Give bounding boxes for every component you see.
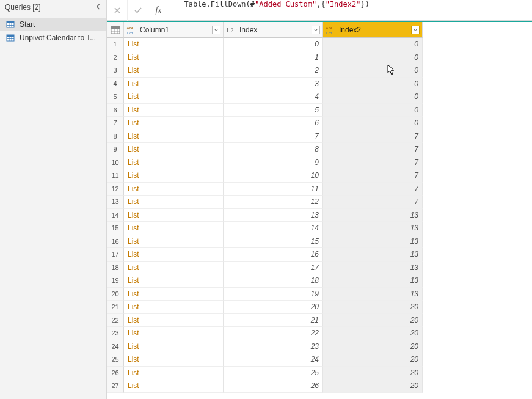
row-number[interactable]: 10 — [107, 156, 124, 170]
cell-value[interactable]: 7 — [323, 130, 423, 144]
cell-list-link[interactable]: List — [124, 288, 224, 301]
cancel-formula-button[interactable] — [107, 0, 128, 21]
cell-value[interactable]: 13 — [323, 262, 423, 275]
row-number[interactable]: 3 — [107, 64, 124, 78]
column-header[interactable]: ABC123 Index2 — [323, 22, 423, 38]
cell-value[interactable]: 2 — [224, 64, 323, 78]
cell-value[interactable]: 5 — [224, 104, 323, 117]
cell-list-link[interactable]: List — [124, 235, 224, 249]
cell-list-link[interactable]: List — [124, 274, 224, 288]
cell-list-link[interactable]: List — [124, 130, 224, 144]
cell-value[interactable]: 13 — [323, 235, 423, 249]
filter-dropdown-button[interactable] — [312, 26, 320, 34]
cell-value[interactable]: 20 — [323, 301, 423, 314]
row-number[interactable]: 5 — [107, 90, 124, 104]
cell-value[interactable]: 0 — [323, 51, 423, 65]
cell-value[interactable]: 25 — [224, 367, 323, 380]
cell-value[interactable]: 23 — [224, 340, 323, 354]
data-grid[interactable]: ABC123 Column1 1.2 Index ABC123 Index2 1… — [107, 22, 532, 393]
cell-value[interactable]: 0 — [323, 64, 423, 78]
cell-value[interactable]: 17 — [224, 262, 323, 275]
cell-list-link[interactable]: List — [124, 169, 224, 183]
cell-value[interactable]: 7 — [323, 183, 423, 196]
cell-list-link[interactable]: List — [124, 38, 224, 51]
cell-value[interactable]: 4 — [224, 90, 323, 104]
row-number[interactable]: 9 — [107, 143, 124, 156]
cell-value[interactable]: 0 — [323, 104, 423, 117]
cell-value[interactable]: 9 — [224, 156, 323, 170]
accept-formula-button[interactable] — [128, 0, 148, 21]
cell-list-link[interactable]: List — [124, 314, 224, 328]
row-number[interactable]: 25 — [107, 353, 124, 367]
cell-list-link[interactable]: List — [124, 104, 224, 117]
cell-list-link[interactable]: List — [124, 367, 224, 380]
cell-value[interactable]: 7 — [323, 169, 423, 183]
cell-value[interactable]: 6 — [224, 117, 323, 130]
cell-list-link[interactable]: List — [124, 209, 224, 222]
cell-value[interactable]: 0 — [323, 90, 423, 104]
cell-value[interactable]: 15 — [224, 235, 323, 249]
filter-dropdown-button[interactable] — [411, 26, 420, 34]
cell-value[interactable]: 19 — [224, 288, 323, 301]
row-number[interactable]: 13 — [107, 196, 124, 209]
cell-value[interactable]: 20 — [323, 367, 423, 380]
cell-list-link[interactable]: List — [124, 248, 224, 262]
cell-value[interactable]: 22 — [224, 327, 323, 340]
cell-value[interactable]: 12 — [224, 196, 323, 209]
cell-value[interactable]: 20 — [323, 327, 423, 340]
row-number[interactable]: 23 — [107, 327, 124, 340]
formula-input[interactable]: = Table.FillDown(#"Added Custom",{"Index… — [169, 0, 532, 20]
cell-list-link[interactable]: List — [124, 143, 224, 156]
type-icon[interactable]: ABC123 — [326, 25, 337, 35]
cell-value[interactable]: 21 — [224, 314, 323, 328]
row-number[interactable]: 6 — [107, 104, 124, 117]
cell-list-link[interactable]: List — [124, 196, 224, 209]
cell-value[interactable]: 7 — [323, 143, 423, 156]
cell-value[interactable]: 8 — [224, 143, 323, 156]
cell-list-link[interactable]: List — [124, 301, 224, 314]
cell-value[interactable]: 7 — [323, 196, 423, 209]
fx-icon[interactable]: fx — [148, 0, 169, 21]
cell-value[interactable]: 0 — [323, 117, 423, 130]
cell-value[interactable]: 18 — [224, 274, 323, 288]
type-icon[interactable]: ABC123 — [126, 25, 137, 35]
column-header[interactable]: ABC123 Column1 — [124, 22, 224, 38]
cell-list-link[interactable]: List — [124, 117, 224, 130]
cell-list-link[interactable]: List — [124, 353, 224, 367]
cell-list-link[interactable]: List — [124, 222, 224, 235]
row-number[interactable]: 27 — [107, 379, 124, 393]
cell-value[interactable]: 20 — [323, 353, 423, 367]
cell-list-link[interactable]: List — [124, 90, 224, 104]
cell-list-link[interactable]: List — [124, 156, 224, 170]
cell-value[interactable]: 13 — [323, 209, 423, 222]
row-number[interactable]: 7 — [107, 117, 124, 130]
cell-value[interactable]: 20 — [323, 314, 423, 328]
cell-value[interactable]: 16 — [224, 248, 323, 262]
cell-value[interactable]: 10 — [224, 169, 323, 183]
query-item[interactable]: Start — [0, 18, 106, 31]
row-number[interactable]: 22 — [107, 314, 124, 328]
row-number[interactable]: 1 — [107, 38, 124, 51]
row-number[interactable]: 16 — [107, 235, 124, 249]
cell-list-link[interactable]: List — [124, 379, 224, 393]
cell-value[interactable]: 13 — [323, 288, 423, 301]
select-all-corner[interactable] — [107, 22, 124, 38]
row-number[interactable]: 11 — [107, 169, 124, 183]
cell-list-link[interactable]: List — [124, 262, 224, 275]
cell-list-link[interactable]: List — [124, 64, 224, 78]
cell-value[interactable]: 13 — [323, 274, 423, 288]
cell-value[interactable]: 3 — [224, 78, 323, 91]
cell-value[interactable]: 20 — [323, 379, 423, 393]
column-header[interactable]: 1.2 Index — [224, 22, 323, 38]
cell-list-link[interactable]: List — [124, 78, 224, 91]
cell-value[interactable]: 13 — [323, 248, 423, 262]
type-icon[interactable]: 1.2 — [226, 25, 237, 35]
cell-value[interactable]: 1 — [224, 51, 323, 65]
collapse-sidebar-button[interactable] — [94, 2, 103, 12]
cell-value[interactable]: 0 — [323, 38, 423, 51]
cell-value[interactable]: 13 — [323, 222, 423, 235]
row-number[interactable]: 20 — [107, 288, 124, 301]
cell-value[interactable]: 11 — [224, 183, 323, 196]
query-item[interactable]: Unpivot Calendar to T... — [0, 31, 106, 45]
row-number[interactable]: 12 — [107, 183, 124, 196]
